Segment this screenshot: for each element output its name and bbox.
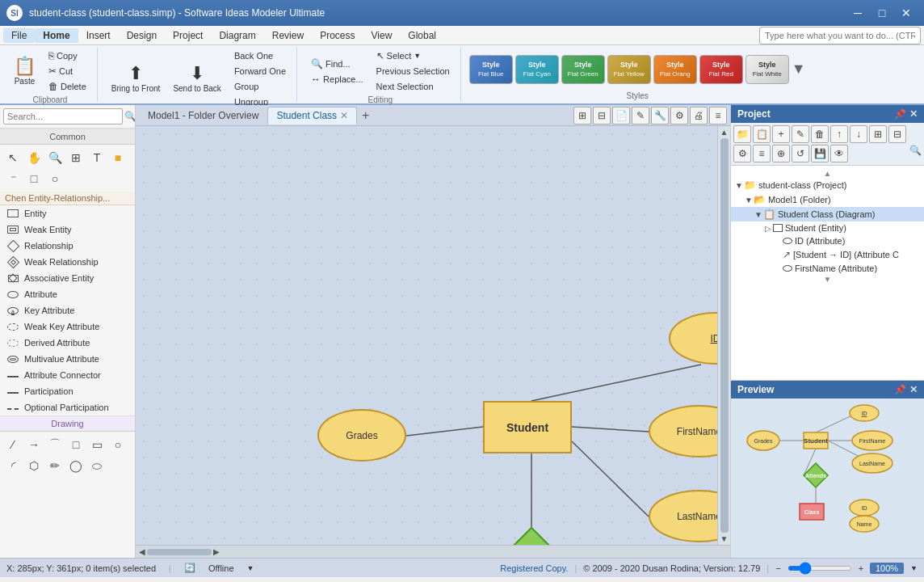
diagram-canvas[interactable]: Attends Student Grades FirstName LastNam… <box>136 126 717 545</box>
tool-select[interactable]: ↖ <box>3 148 23 167</box>
tab-close-icon[interactable]: ✕ <box>340 110 348 121</box>
element-weak-relationship[interactable]: Weak Relationship <box>0 254 135 270</box>
element-attribute[interactable]: Attribute <box>0 286 135 302</box>
back-one-button[interactable]: Back One <box>229 48 292 63</box>
menu-design[interactable]: Design <box>119 28 165 43</box>
add-tab-button[interactable]: + <box>357 107 374 124</box>
preview-pin-btn[interactable]: 📌 <box>894 384 906 395</box>
canvas-hscroll[interactable]: ◀ ▶ <box>136 545 730 558</box>
send-to-back-button[interactable]: ⬇ Send to Back <box>167 58 226 100</box>
element-relationship[interactable]: Relationship <box>0 238 135 254</box>
delete-button[interactable]: 🗑 Delete <box>43 79 92 94</box>
style-btn-flat-cyan[interactable]: Style Flat Cyan <box>515 55 559 84</box>
style-btn-flat-green[interactable]: Style Flat Green <box>561 55 605 84</box>
proj-btn-folder[interactable]: 📁 <box>733 125 751 143</box>
menu-global[interactable]: Global <box>400 28 444 43</box>
hscroll-right-btn[interactable]: ▶ <box>213 547 220 556</box>
find-button[interactable]: 🔍 Find... <box>305 57 369 71</box>
draw-circle-tool[interactable]: ○ <box>108 435 128 454</box>
tree-item-project[interactable]: ▼ 📁 student-class (Project) <box>731 178 924 192</box>
copy-button[interactable]: ⎘ Copy <box>43 48 92 63</box>
preview-close-btn[interactable]: ✕ <box>909 384 918 395</box>
tool-ellipse[interactable]: ○ <box>45 169 65 188</box>
tool-hand[interactable]: ✋ <box>24 148 44 167</box>
draw-rounded-rect-tool[interactable]: ▭ <box>87 435 107 454</box>
draw-freehand-tool[interactable]: ✏ <box>45 456 65 475</box>
style-btn-flat-orange[interactable]: Style Flat Orang <box>653 55 697 84</box>
er-grades[interactable]: Grades <box>317 409 406 462</box>
zoom-in-icon[interactable]: + <box>859 563 863 573</box>
tool-zoom[interactable]: 🔍 <box>45 148 65 167</box>
style-btn-flat-red[interactable]: Style Flat Red <box>699 55 743 84</box>
canvas-toolbar-btn6[interactable]: ⚙ <box>670 107 688 124</box>
proj-btn-diagram[interactable]: 📋 <box>753 125 771 143</box>
element-search-input[interactable] <box>3 108 123 124</box>
tree-item-firstname-attr[interactable]: FirstName (Attribute) <box>731 262 924 275</box>
zoom-level[interactable]: 100% <box>870 563 904 574</box>
proj-btn-refresh[interactable]: ↺ <box>792 145 809 162</box>
style-btn-flat-blue[interactable]: Style Flat Blue <box>469 55 513 84</box>
menu-file[interactable]: File <box>3 28 35 43</box>
draw-arrow-tool[interactable]: → <box>24 435 44 454</box>
proj-btn-edit[interactable]: ✎ <box>792 125 809 143</box>
canvas-toolbar-btn5[interactable]: 🔧 <box>651 107 669 124</box>
tool-text[interactable]: T <box>87 148 107 167</box>
menu-process[interactable]: Process <box>312 28 363 43</box>
draw-curve-tool[interactable]: ⌒ <box>45 435 65 454</box>
proj-search-btn[interactable]: 🔍 <box>909 145 922 162</box>
forward-one-button[interactable]: Forward One <box>229 64 292 78</box>
style-btn-flat-white[interactable]: Style Flat White <box>746 55 789 84</box>
hscroll-thumb[interactable] <box>147 549 212 555</box>
replace-button[interactable]: ↔ Replace... <box>305 72 369 86</box>
proj-btn-collapse[interactable]: ⊟ <box>888 125 906 143</box>
draw-arc-tool[interactable]: ◜ <box>3 456 23 475</box>
proj-btn-new[interactable]: + <box>772 125 790 143</box>
er-student[interactable]: Student <box>483 401 572 453</box>
canvas-toolbar-btn4[interactable]: ✎ <box>632 107 649 124</box>
proj-btn-view[interactable]: 👁 <box>830 145 848 162</box>
vscroll-up-btn[interactable]: ▲ <box>720 128 729 137</box>
global-search[interactable] <box>759 27 921 44</box>
cut-button[interactable]: ✂ Cut <box>43 64 92 78</box>
project-tree[interactable]: ▲ ▼ 📁 student-class (Project) ▼ 📂 Model1… <box>731 166 924 380</box>
draw-ellipse-tool[interactable]: ◯ <box>66 456 86 475</box>
project-pin-btn[interactable]: 📌 <box>894 108 906 120</box>
canvas-toolbar-btn8[interactable]: ≡ <box>709 107 727 124</box>
proj-btn-delete[interactable]: 🗑 <box>811 125 829 143</box>
status-dropdown[interactable]: ▼ <box>247 564 254 572</box>
element-entity[interactable]: Entity <box>0 205 135 221</box>
proj-btn-more2[interactable]: ⊕ <box>772 145 790 162</box>
tab-model1-folder[interactable]: Model1 - Folder Overview <box>139 107 267 124</box>
proj-btn-down[interactable]: ↓ <box>850 125 867 143</box>
tool-rect[interactable]: □ <box>24 169 44 188</box>
paste-button[interactable]: 📋 Paste <box>8 50 41 92</box>
menu-home[interactable]: Home <box>35 28 78 43</box>
er-lastname[interactable]: LastName <box>649 490 717 542</box>
canvas-vscroll[interactable]: ▲ ▼ <box>717 126 730 545</box>
close-button[interactable]: ✕ <box>895 5 918 21</box>
proj-btn-more1[interactable]: ≡ <box>753 145 771 162</box>
style-btn-flat-yellow[interactable]: Style Flat Yellow <box>607 55 651 84</box>
zoom-out-icon[interactable]: − <box>775 563 780 573</box>
vscroll-down-btn[interactable]: ▼ <box>720 534 729 543</box>
canvas-toolbar-btn2[interactable]: ⊟ <box>593 107 611 124</box>
canvas-toolbar-btn3[interactable]: 📄 <box>612 107 630 124</box>
element-weak-entity[interactable]: Weak Entity <box>0 221 135 238</box>
menu-diagram[interactable]: Diagram <box>211 28 263 43</box>
tab-student-class[interactable]: Student Class ✕ <box>267 107 357 124</box>
element-derived-attribute[interactable]: Derived Attribute <box>0 335 135 351</box>
hscroll-left-btn[interactable]: ◀ <box>139 547 145 556</box>
tree-item-studentclass[interactable]: ▼ 📋 Student Class (Diagram) <box>731 207 924 221</box>
element-key-attribute[interactable]: a Key Attribute <box>0 302 135 318</box>
zoom-slider[interactable] <box>788 566 852 571</box>
vscroll-thumb[interactable] <box>720 138 729 533</box>
menu-project[interactable]: Project <box>165 28 211 43</box>
draw-pill-tool[interactable]: ⬭ <box>87 456 107 475</box>
tool-line[interactable]: ⁻ <box>3 169 23 188</box>
minimize-button[interactable]: ─ <box>846 5 869 21</box>
prev-selection-button[interactable]: Previous Selection <box>371 64 456 78</box>
canvas-toolbar-btn7[interactable]: 🖨 <box>690 107 708 124</box>
element-optional-participation[interactable]: Optional Participation <box>0 399 135 415</box>
registered-copy[interactable]: Registered Copy. <box>500 563 568 573</box>
element-weak-key-attribute[interactable]: Weak Key Attribute <box>0 318 135 335</box>
